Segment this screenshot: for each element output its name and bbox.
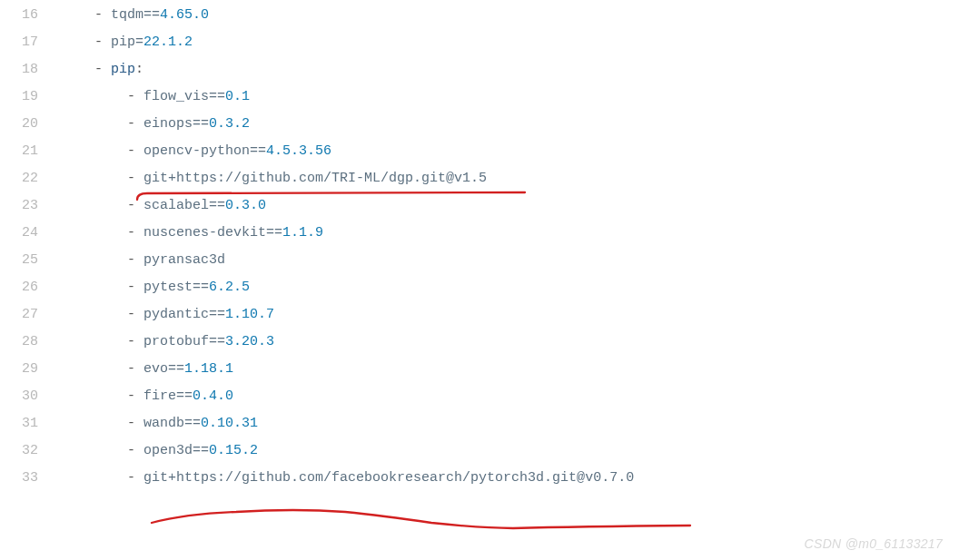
line-content: - scalabel==0.3.0 — [62, 192, 266, 220]
line-number: 16 — [0, 2, 62, 29]
code-line[interactable]: 31 - wandb==0.10.31 — [0, 410, 959, 437]
code-line[interactable]: 20 - einops==0.3.2 — [0, 111, 959, 138]
line-content: - evo==1.18.1 — [62, 356, 233, 383]
line-number: 31 — [0, 410, 62, 437]
line-content: - open3d==0.15.2 — [62, 437, 258, 465]
code-line[interactable]: 28 - protobuf==3.20.3 — [0, 329, 959, 356]
code-line[interactable]: 17 - pip=22.1.2 — [0, 29, 959, 56]
line-number: 27 — [0, 301, 62, 329]
line-number: 30 — [0, 383, 62, 410]
code-line[interactable]: 21 - opencv-python==4.5.3.56 — [0, 138, 959, 165]
line-content: - git+https://github.com/TRI-ML/dgp.git@… — [62, 165, 487, 192]
watermark: CSDN @m0_61133217 — [805, 536, 943, 551]
line-number: 17 — [0, 29, 62, 56]
line-number: 23 — [0, 192, 62, 220]
line-content: - nuscenes-devkit==1.1.9 — [62, 220, 323, 247]
code-block[interactable]: 16 - tqdm==4.65.017 - pip=22.1.218 - pip… — [0, 0, 959, 492]
line-number: 22 — [0, 165, 62, 192]
line-number: 32 — [0, 437, 62, 465]
line-number: 21 — [0, 138, 62, 165]
code-line[interactable]: 32 - open3d==0.15.2 — [0, 437, 959, 465]
line-number: 25 — [0, 247, 62, 274]
line-number: 29 — [0, 356, 62, 383]
line-content: - pip=22.1.2 — [62, 29, 193, 56]
line-content: - git+https://github.com/facebookresearc… — [62, 465, 634, 492]
code-line[interactable]: 16 - tqdm==4.65.0 — [0, 2, 959, 29]
line-content: - wandb==0.10.31 — [62, 410, 258, 437]
line-number: 19 — [0, 84, 62, 111]
code-line[interactable]: 27 - pydantic==1.10.7 — [0, 301, 959, 329]
line-content: - pip: — [62, 56, 143, 84]
line-number: 18 — [0, 56, 62, 84]
line-number: 26 — [0, 274, 62, 301]
line-number: 33 — [0, 465, 62, 492]
line-content: - fire==0.4.0 — [62, 383, 233, 410]
line-content: - tqdm==4.65.0 — [62, 2, 209, 29]
line-content: - einops==0.3.2 — [62, 111, 250, 138]
line-content: - pydantic==1.10.7 — [62, 301, 274, 329]
code-line[interactable]: 25 - pyransac3d — [0, 247, 959, 274]
annotation-underline-2 — [150, 506, 695, 534]
code-line[interactable]: 23 - scalabel==0.3.0 — [0, 192, 959, 220]
code-line[interactable]: 19 - flow_vis==0.1 — [0, 84, 959, 111]
line-number: 24 — [0, 220, 62, 247]
code-line[interactable]: 30 - fire==0.4.0 — [0, 383, 959, 410]
line-content: - pyransac3d — [62, 247, 225, 274]
line-content: - pytest==6.2.5 — [62, 274, 250, 301]
line-number: 28 — [0, 329, 62, 356]
line-content: - flow_vis==0.1 — [62, 84, 250, 111]
code-line[interactable]: 22 - git+https://github.com/TRI-ML/dgp.g… — [0, 165, 959, 192]
code-line[interactable]: 29 - evo==1.18.1 — [0, 356, 959, 383]
line-number: 20 — [0, 111, 62, 138]
line-content: - protobuf==3.20.3 — [62, 329, 274, 356]
code-line[interactable]: 18 - pip: — [0, 56, 959, 84]
line-content: - opencv-python==4.5.3.56 — [62, 138, 331, 165]
code-line[interactable]: 24 - nuscenes-devkit==1.1.9 — [0, 220, 959, 247]
code-line[interactable]: 26 - pytest==6.2.5 — [0, 274, 959, 301]
code-line[interactable]: 33 - git+https://github.com/facebookrese… — [0, 465, 959, 492]
